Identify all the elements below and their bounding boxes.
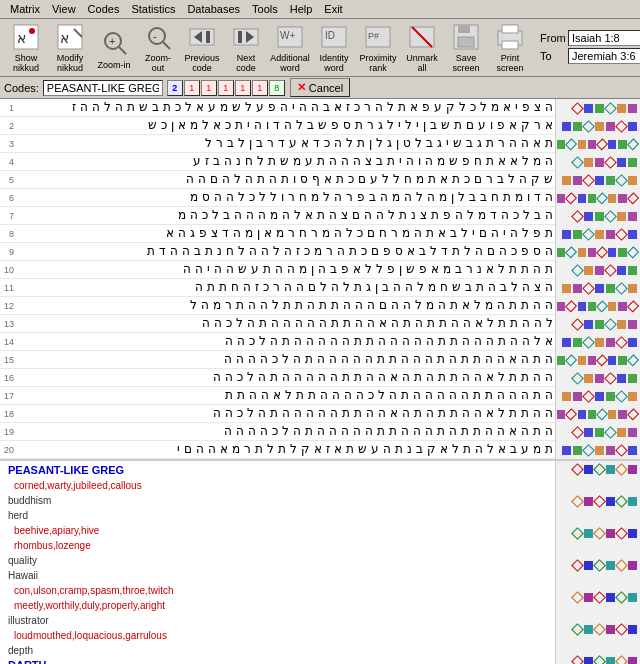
color-square	[604, 426, 617, 439]
additional-word-label: Additional word	[270, 53, 310, 73]
menu-matrix[interactable]: Matrix	[4, 1, 46, 17]
word-entry: DARTH	[4, 658, 551, 664]
color-square	[588, 194, 596, 203]
hebrew-text: ה ס פ כ ה ם ה ל ת ד ל ב א ס פ ם כ ת ה ר …	[16, 244, 555, 259]
digit-btn-5[interactable]: 1	[252, 80, 268, 96]
color-square	[571, 210, 584, 223]
word-main: PEASANT-LIKE GREG	[8, 464, 124, 476]
word-main: herd	[8, 510, 28, 521]
text-area: 1ה צ פ י א מ ל כ ל ק ע פ א ת ל ה ר כ ז א…	[0, 99, 555, 459]
toolbar: א Show nikkud א Modify nikkud + Zoom-in …	[0, 19, 640, 77]
word-main: depth	[8, 645, 33, 656]
color-square	[628, 374, 637, 383]
identity-word-button[interactable]: ID Identity word	[312, 22, 356, 74]
proximity-rank-button[interactable]: P# Proximity rank	[356, 22, 400, 74]
word-color-square	[628, 497, 637, 506]
next-code-button[interactable]: Next code	[224, 22, 268, 74]
color-square	[618, 140, 626, 149]
color-square	[608, 302, 616, 311]
word-color-square	[584, 593, 593, 602]
additional-word-button[interactable]: W+ Additional word	[268, 22, 312, 74]
save-screen-button[interactable]: Save screen	[444, 22, 488, 74]
svg-line-7	[119, 47, 126, 54]
color-square	[608, 410, 616, 419]
svg-point-2	[29, 28, 35, 34]
word-color-square	[593, 463, 606, 476]
word-color-square	[584, 497, 593, 506]
row-number: 11	[0, 283, 16, 293]
menu-codes[interactable]: Codes	[82, 1, 126, 17]
row-number: 5	[0, 175, 16, 185]
color-square	[578, 356, 586, 365]
text-row: 3ת א ה ה ר ת ג ב ש י ג ב ל ט ן ג ל ן ת ל…	[0, 135, 555, 153]
digit-btn-4[interactable]: 1	[235, 80, 251, 96]
zoom-out-button[interactable]: - Zoom-out	[136, 22, 180, 74]
previous-code-icon	[186, 23, 218, 51]
color-square	[596, 246, 608, 258]
word-desc: rhombus,lozenge	[14, 540, 91, 551]
color-square	[617, 266, 626, 275]
color-square	[582, 336, 595, 349]
word-color-square	[628, 593, 637, 602]
word-color-square	[628, 625, 637, 634]
color-square	[588, 356, 596, 365]
color-square	[596, 300, 608, 312]
color-square	[582, 444, 595, 457]
digit-btn-1[interactable]: 1	[184, 80, 200, 96]
word-color-square	[593, 623, 606, 636]
color-square	[628, 266, 637, 275]
color-square	[627, 354, 639, 366]
color-square	[628, 158, 637, 167]
from-value[interactable]: Isaiah 1:8	[568, 30, 640, 46]
svg-text:א: א	[17, 30, 26, 46]
right-word-row	[556, 525, 640, 541]
zoom-in-label: Zoom-in	[97, 60, 130, 70]
to-value[interactable]: Jeremiah 3:6	[568, 48, 640, 64]
menu-databases[interactable]: Databases	[181, 1, 246, 17]
save-screen-label: Save screen	[452, 53, 479, 73]
main-content: 1ה צ פ י א מ ל כ ל ק ע פ א ת ל ה ר כ ז א…	[0, 99, 640, 459]
color-square	[628, 212, 637, 221]
row-number: 19	[0, 427, 16, 437]
svg-text:+: +	[109, 35, 115, 47]
modify-nikkud-button[interactable]: א Modify nikkud	[48, 22, 92, 74]
codes-input[interactable]	[43, 80, 163, 96]
text-row: 4ה מ ל א א ת ח פ ש מ ה ו ה י ת ב צ ה ה ה…	[0, 153, 555, 171]
menu-exit[interactable]: Exit	[318, 1, 348, 17]
zoom-in-button[interactable]: + Zoom-in	[92, 22, 136, 74]
next-code-icon	[230, 23, 262, 51]
row-number: 13	[0, 319, 16, 329]
menu-tools[interactable]: Tools	[246, 1, 284, 17]
unmark-all-button[interactable]: Unmark all	[400, 22, 444, 74]
menu-view[interactable]: View	[46, 1, 82, 17]
word-entry: illustrator	[4, 613, 551, 627]
right-panel-row	[556, 387, 640, 405]
text-row: 14א ל ה ה ת ה ה ה ת ת ה ה ה ה ה ת ת ה ה …	[0, 333, 555, 351]
hebrew-text: א ר ק א פ ו ע ם ת ש ב ן י ל י ל ג ר ת ס …	[16, 118, 555, 133]
color-square	[617, 158, 626, 167]
print-screen-button[interactable]: Print screen	[488, 22, 532, 74]
right-panel-row	[556, 333, 640, 351]
menu-help[interactable]: Help	[284, 1, 319, 17]
right-panel-row	[556, 153, 640, 171]
word-entry: corned,warty,jubileed,callous	[4, 478, 551, 492]
right-word-row	[556, 653, 640, 664]
digit-btn-0[interactable]: 2	[167, 80, 183, 96]
color-square	[617, 428, 626, 437]
text-row: 2א ר ק א פ ו ע ם ת ש ב ן י ל י ל ג ר ת ס…	[0, 117, 555, 135]
digit-btn-3[interactable]: 1	[218, 80, 234, 96]
previous-code-button[interactable]: Previous code	[180, 22, 224, 74]
digit-btn-6[interactable]: 8	[269, 80, 285, 96]
right-panel-row	[556, 297, 640, 315]
hebrew-text: ה ה ת ת ה מ ל א ת ה מ ל ה ה ם ה ה ה ת ת …	[16, 298, 555, 313]
color-square	[627, 138, 639, 150]
color-square	[565, 138, 577, 150]
text-row: 9ה ס פ כ ה ם ה ל ת ד ל ב א ס פ ם כ ת ה ר…	[0, 243, 555, 261]
right-word-row	[556, 541, 640, 557]
menu-statistics[interactable]: Statistics	[125, 1, 181, 17]
word-color-square	[628, 657, 637, 664]
cancel-button[interactable]: ✕ Cancel	[290, 78, 350, 97]
additional-word-icon: W+	[274, 23, 306, 51]
show-nikkud-button[interactable]: א Show nikkud	[4, 22, 48, 74]
digit-btn-2[interactable]: 1	[201, 80, 217, 96]
